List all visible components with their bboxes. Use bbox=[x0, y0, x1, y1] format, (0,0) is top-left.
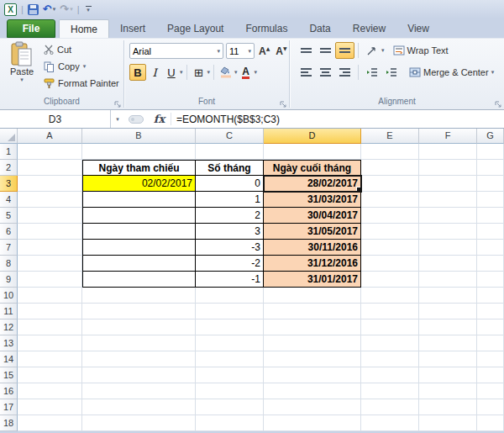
row-header[interactable]: 8 bbox=[0, 256, 18, 272]
row-header[interactable]: 11 bbox=[0, 304, 18, 319]
cell[interactable] bbox=[82, 335, 196, 351]
cell[interactable] bbox=[264, 383, 361, 399]
cell[interactable] bbox=[196, 399, 264, 415]
underline-button[interactable]: U bbox=[163, 64, 180, 81]
chevron-down-icon[interactable]: ▾ bbox=[83, 63, 87, 70]
cell[interactable] bbox=[361, 288, 419, 304]
clipboard-dialog-launcher[interactable] bbox=[114, 101, 121, 108]
cell[interactable] bbox=[196, 144, 264, 160]
cell[interactable] bbox=[18, 224, 82, 240]
cell[interactable] bbox=[419, 256, 477, 272]
cell[interactable] bbox=[419, 224, 477, 240]
column-header-d[interactable]: D bbox=[264, 129, 361, 144]
cell[interactable] bbox=[419, 383, 477, 399]
cell-c6[interactable]: 3 bbox=[196, 224, 264, 240]
column-header-a[interactable]: A bbox=[18, 129, 82, 144]
align-right-button[interactable] bbox=[335, 64, 354, 81]
name-box[interactable]: D3 bbox=[0, 110, 111, 128]
cell[interactable] bbox=[18, 319, 82, 335]
cell-c2[interactable]: Số tháng bbox=[196, 160, 264, 176]
copy-button[interactable]: Copy ▾ bbox=[44, 58, 119, 75]
tab-page-layout[interactable]: Page Layout bbox=[156, 19, 234, 38]
cell[interactable] bbox=[361, 240, 419, 256]
chevron-down-icon[interactable]: ▾ bbox=[53, 6, 56, 13]
cell[interactable] bbox=[264, 319, 361, 335]
redo-button[interactable]: ↷ ▾ bbox=[60, 3, 72, 15]
cell[interactable] bbox=[477, 176, 504, 192]
orientation-button[interactable] bbox=[362, 42, 381, 59]
cell[interactable] bbox=[82, 319, 196, 335]
cell-c3[interactable]: 0 bbox=[196, 176, 264, 192]
font-name-select[interactable]: Arial ▾ bbox=[129, 43, 223, 59]
cell-d2[interactable]: Ngày cuối tháng bbox=[264, 160, 361, 176]
merge-center-button[interactable]: Merge & Center ▾ bbox=[409, 67, 494, 77]
cell[interactable] bbox=[82, 351, 196, 367]
row-header[interactable]: 10 bbox=[0, 288, 18, 304]
cell[interactable] bbox=[361, 335, 419, 351]
cell[interactable] bbox=[419, 335, 477, 351]
cell-d6[interactable]: 31/05/2017 bbox=[264, 224, 361, 240]
column-header-c[interactable]: C bbox=[196, 129, 264, 144]
row-header[interactable]: 17 bbox=[0, 399, 18, 415]
cell[interactable] bbox=[477, 224, 504, 240]
cell[interactable] bbox=[419, 319, 477, 335]
grow-font-button[interactable]: A▲ bbox=[257, 45, 271, 57]
align-left-button[interactable] bbox=[297, 64, 316, 81]
cell[interactable] bbox=[18, 304, 82, 319]
chevron-down-icon[interactable]: ▾ bbox=[491, 69, 495, 76]
alignment-dialog-launcher[interactable] bbox=[495, 101, 501, 108]
cell-b9[interactable] bbox=[82, 272, 196, 288]
cell[interactable] bbox=[18, 335, 82, 351]
tab-data[interactable]: Data bbox=[298, 19, 341, 38]
cell-d7[interactable]: 30/11/2016 bbox=[264, 240, 361, 256]
cell[interactable] bbox=[196, 288, 264, 304]
cell[interactable] bbox=[18, 415, 82, 431]
undo-button[interactable]: ↶ ▾ bbox=[43, 3, 55, 15]
row-header[interactable]: 18 bbox=[0, 415, 18, 431]
cell[interactable] bbox=[264, 399, 361, 415]
customize-quick-access-button[interactable]: ▾ bbox=[86, 6, 92, 13]
cell[interactable] bbox=[18, 367, 82, 383]
cell[interactable] bbox=[264, 304, 361, 319]
cell[interactable] bbox=[196, 335, 264, 351]
font-size-select[interactable]: 11 ▾ bbox=[226, 43, 255, 59]
cell[interactable] bbox=[18, 351, 82, 367]
row-header[interactable]: 7 bbox=[0, 240, 18, 256]
cell[interactable] bbox=[18, 192, 82, 208]
cell[interactable] bbox=[419, 272, 477, 288]
increase-indent-button[interactable] bbox=[381, 64, 401, 81]
align-bottom-button[interactable] bbox=[335, 42, 354, 59]
cell[interactable] bbox=[361, 160, 419, 176]
row-header[interactable]: 9 bbox=[0, 272, 18, 288]
tab-file[interactable]: File bbox=[7, 19, 55, 38]
row-header[interactable]: 1 bbox=[0, 144, 18, 160]
row-header[interactable]: 16 bbox=[0, 383, 18, 399]
cell[interactable] bbox=[264, 367, 361, 383]
cell[interactable] bbox=[82, 367, 196, 383]
cell[interactable] bbox=[419, 415, 477, 431]
cell[interactable] bbox=[361, 272, 419, 288]
cell-c8[interactable]: -2 bbox=[196, 256, 264, 272]
cell[interactable] bbox=[419, 160, 477, 176]
cell[interactable] bbox=[361, 192, 419, 208]
cell[interactable] bbox=[419, 399, 477, 415]
cell[interactable] bbox=[18, 256, 82, 272]
cell[interactable] bbox=[477, 208, 504, 224]
cell[interactable] bbox=[82, 288, 196, 304]
cell[interactable] bbox=[477, 304, 504, 319]
tab-view[interactable]: View bbox=[396, 19, 440, 38]
cell[interactable] bbox=[361, 351, 419, 367]
borders-button[interactable]: ⊞ bbox=[191, 64, 207, 81]
cell[interactable] bbox=[82, 144, 196, 160]
cell-c7[interactable]: -3 bbox=[196, 240, 264, 256]
row-header[interactable]: 2 bbox=[0, 160, 18, 176]
row-header[interactable]: 5 bbox=[0, 208, 18, 224]
cell-d9[interactable]: 31/01/2017 bbox=[264, 272, 361, 288]
cell[interactable] bbox=[264, 335, 361, 351]
decrease-indent-button[interactable] bbox=[362, 64, 381, 81]
cell[interactable] bbox=[477, 383, 504, 399]
cell-c5[interactable]: 2 bbox=[196, 208, 264, 224]
row-header[interactable]: 13 bbox=[0, 335, 18, 351]
font-dialog-launcher[interactable] bbox=[280, 101, 286, 108]
cell-b3[interactable]: 02/02/2017 bbox=[82, 176, 196, 192]
